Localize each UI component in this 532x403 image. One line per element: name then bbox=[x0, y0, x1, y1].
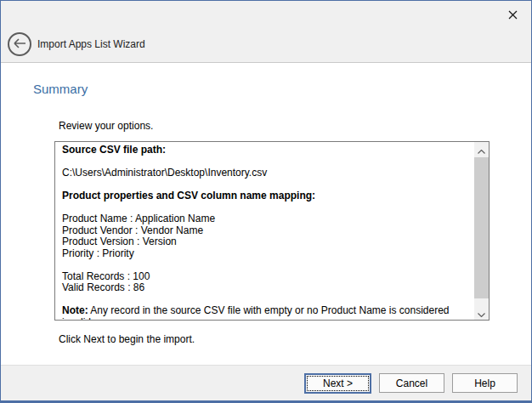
scroll-down-button[interactable] bbox=[474, 305, 489, 320]
scrollbar-thumb[interactable] bbox=[474, 157, 489, 298]
summary-line: Priority : Priority bbox=[62, 248, 467, 260]
close-icon bbox=[508, 9, 518, 22]
close-button[interactable] bbox=[501, 5, 524, 26]
scrollbar-track[interactable] bbox=[474, 156, 489, 305]
wizard-header: Import Apps List Wizard bbox=[1, 1, 531, 63]
summary-line bbox=[62, 156, 467, 168]
summary-box[interactable]: Source CSV file path: C:\Users\Administr… bbox=[54, 141, 490, 321]
summary-line: Product Version : Version bbox=[62, 236, 467, 248]
help-button[interactable]: Help bbox=[452, 373, 518, 393]
summary-line: Valid Records : 86 bbox=[62, 282, 467, 294]
summary-line: Source CSV file path: bbox=[62, 145, 467, 156]
next-button[interactable]: Next > bbox=[304, 373, 371, 394]
summary-line: Product properties and CSV column name m… bbox=[62, 190, 467, 202]
summary-line bbox=[62, 202, 467, 214]
summary-line: Total Records : 100 bbox=[62, 271, 467, 283]
summary-text: Source CSV file path: C:\Users\Administr… bbox=[55, 142, 474, 320]
cancel-button[interactable]: Cancel bbox=[379, 373, 444, 393]
chevron-down-icon bbox=[478, 305, 485, 321]
scroll-up-button[interactable] bbox=[474, 142, 489, 156]
header-title-row: Import Apps List Wizard bbox=[8, 32, 145, 56]
summary-line: Product Name : Application Name bbox=[62, 213, 467, 225]
summary-line bbox=[62, 294, 467, 306]
wizard-window: Import Apps List Wizard Summary Review y… bbox=[0, 0, 532, 403]
summary-line: C:\Users\Administrator\Desktop\Inventory… bbox=[62, 167, 467, 179]
page-title: Summary bbox=[33, 82, 88, 96]
summary-line: Product Vendor : Vendor Name bbox=[62, 225, 467, 237]
wizard-content: Summary Review your options. Source CSV … bbox=[1, 63, 531, 365]
window-title: Import Apps List Wizard bbox=[37, 38, 145, 50]
summary-line bbox=[62, 179, 467, 191]
chevron-up-icon bbox=[478, 142, 485, 157]
wizard-footer: Next > Cancel Help bbox=[1, 365, 531, 400]
summary-line: Note: Any record in the source CSV file … bbox=[62, 305, 467, 320]
click-next-instruction: Click Next to begin the import. bbox=[59, 333, 195, 345]
back-button[interactable] bbox=[8, 32, 31, 56]
back-arrow-icon bbox=[13, 38, 26, 51]
vertical-scrollbar[interactable] bbox=[474, 142, 489, 320]
summary-line bbox=[62, 259, 467, 271]
review-instruction: Review your options. bbox=[59, 120, 153, 132]
